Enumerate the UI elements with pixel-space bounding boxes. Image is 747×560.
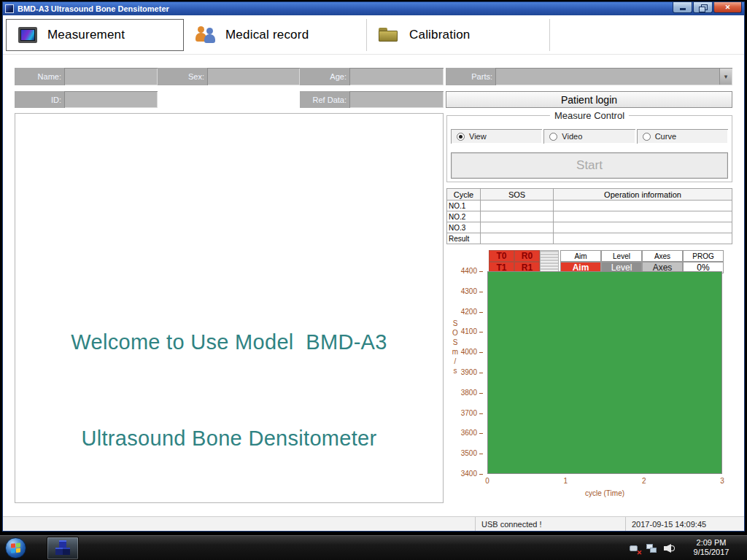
desktop: { "window": { "title": "BMD-A3 Ultrasoun…	[0, 0, 747, 560]
app-icon	[5, 4, 14, 13]
radio-label: Video	[562, 132, 582, 141]
info-cell	[554, 222, 732, 233]
folder-icon	[379, 27, 399, 43]
radio-icon	[643, 133, 651, 141]
icon-shape	[671, 545, 675, 551]
chevron-down-icon[interactable]: ▾	[719, 69, 732, 85]
sos-chart-plot-area	[487, 271, 722, 474]
cycle-cell: Result	[447, 233, 481, 244]
icon-shape	[16, 542, 20, 548]
col-header-prog: PROG	[683, 250, 724, 262]
window-controls: ✕	[673, 2, 742, 15]
windows-logo-icon	[11, 542, 21, 553]
col-header-operation-info: Operation information	[554, 189, 732, 201]
status-indicator-grid: Aim Level Axes PROG Aim Level Axes 0%	[560, 250, 724, 273]
icon-shape	[11, 543, 15, 548]
cycle-cell: NO.1	[447, 201, 481, 211]
radio-video[interactable]: Video	[543, 129, 635, 144]
info-cell	[554, 233, 732, 244]
indicator-r0: R0	[514, 250, 540, 262]
radio-selected-icon	[457, 133, 465, 141]
monitor-icon	[18, 27, 37, 43]
group-title: Measure Control	[550, 110, 629, 121]
tab-measurement[interactable]: Measurement	[6, 19, 184, 51]
window-title: BMD-A3 Ultrasound Bone Densitometer	[18, 2, 673, 15]
mode-options: View Video Curve	[451, 129, 728, 144]
sex-label: Sex:	[158, 68, 207, 85]
tab-medical-record[interactable]: Medical record	[184, 19, 367, 51]
icon-shape	[21, 30, 34, 40]
restore-button[interactable]	[693, 2, 713, 13]
welcome-line-2: Ultrasound Bone Densitometer	[15, 422, 443, 454]
start-button[interactable]: Start	[451, 152, 728, 179]
indicator-striped-cell	[540, 250, 559, 273]
icon-shape	[55, 548, 63, 555]
sos-cell	[481, 222, 554, 233]
id-field[interactable]	[64, 91, 158, 108]
sos-cell	[481, 233, 554, 244]
measure-control-group: Measure Control View Video Curve Start	[446, 115, 732, 182]
table-row: Result	[447, 233, 732, 244]
patient-login-button[interactable]: Patient login	[446, 91, 732, 108]
table-row: NO.1	[447, 201, 732, 211]
ref-data-field[interactable]	[349, 91, 444, 108]
welcome-line-1: Welcome to Use Model BMD-A3	[15, 326, 443, 358]
system-tray	[629, 541, 676, 556]
parts-dropdown[interactable]: ▾	[495, 68, 732, 85]
display-panel: Welcome to Use Model BMD-A3 Ultrasound B…	[15, 113, 444, 503]
info-cell	[554, 211, 732, 222]
tab-label: Measurement	[47, 28, 125, 42]
network-icon[interactable]	[646, 542, 658, 554]
parts-label: Parts:	[446, 68, 495, 85]
bmd-app-icon	[54, 540, 71, 557]
tab-calibration[interactable]: Calibration	[367, 19, 550, 51]
col-header-aim: Aim	[560, 250, 601, 262]
age-field[interactable]	[349, 68, 444, 85]
measure-table: Cycle SOS Operation information NO.1 NO.…	[446, 188, 732, 244]
speaker-icon[interactable]	[664, 542, 676, 554]
titlebar[interactable]: BMD-A3 Ultrasound Bone Densitometer ✕	[3, 2, 744, 15]
status-panel-empty	[3, 517, 476, 531]
icon-shape	[198, 26, 204, 33]
cycle-cell: NO.3	[447, 222, 481, 233]
icon-shape	[16, 548, 20, 553]
icon-shape	[63, 548, 70, 555]
name-field[interactable]	[64, 68, 158, 85]
tab-label: Medical record	[225, 28, 309, 42]
close-icon: ✕	[725, 4, 731, 11]
ref-data-label: Ref Data:	[300, 91, 349, 108]
sos-cell	[481, 201, 554, 211]
tab-bar: Measurement Medical record Calibration	[3, 15, 744, 55]
welcome-text: Welcome to Use Model BMD-A3 Ultrasound B…	[15, 114, 443, 518]
close-button[interactable]: ✕	[713, 2, 742, 13]
age-label: Age:	[300, 68, 349, 85]
icon-shape	[650, 548, 657, 553]
icon-shape	[206, 28, 213, 34]
x-axis-label: cycle (Time)	[487, 489, 722, 497]
cycle-cell: NO.2	[447, 211, 481, 222]
tab-label: Calibration	[409, 28, 470, 42]
table-header-row: Cycle SOS Operation information	[447, 189, 732, 201]
radio-curve[interactable]: Curve	[637, 129, 728, 144]
clock-time: 2:09 PM	[684, 538, 738, 548]
sos-cell	[481, 211, 554, 222]
icon-shape	[666, 544, 671, 553]
minimize-button[interactable]	[673, 2, 692, 13]
people-icon	[196, 26, 215, 44]
radio-view[interactable]: View	[451, 129, 542, 144]
start-button[interactable]	[5, 537, 26, 559]
info-cell	[554, 201, 732, 211]
taskbar-app-button[interactable]	[47, 537, 79, 560]
radio-label: View	[469, 132, 487, 141]
usb-status: USB connected !	[476, 517, 626, 531]
taskbar: 2:09 PM 9/15/2017	[0, 534, 747, 560]
col-header-level: Level	[601, 250, 642, 262]
col-header-axes: Axes	[642, 250, 683, 262]
safely-remove-hardware-icon[interactable]	[629, 542, 640, 554]
col-header-cycle: Cycle	[447, 189, 481, 201]
radio-label: Curve	[655, 132, 676, 141]
sex-field[interactable]	[207, 68, 300, 85]
name-label: Name:	[15, 68, 64, 85]
table-row: NO.3	[447, 222, 732, 233]
taskbar-clock[interactable]: 2:09 PM 9/15/2017	[684, 538, 738, 557]
